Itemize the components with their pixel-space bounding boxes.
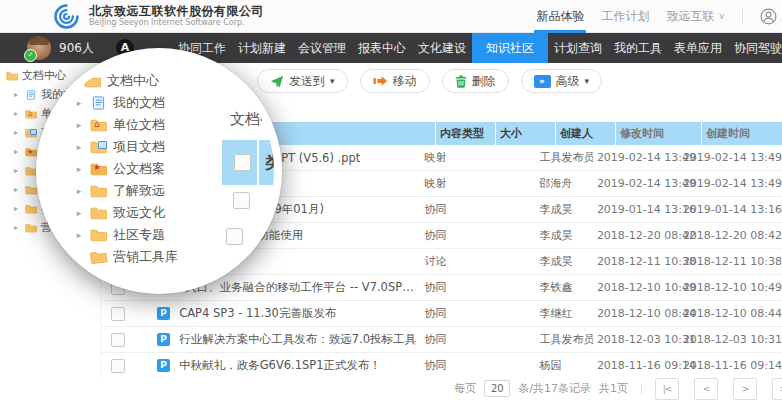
header-link-work-plan[interactable]: 工作计划 — [601, 8, 649, 25]
doc-type: 映射 — [421, 176, 478, 191]
header-link-seeyon[interactable]: 致远互联 — [666, 8, 714, 25]
tree-item-community-topics[interactable]: ▸ 社区专题 — [74, 224, 178, 246]
prev-page-button[interactable]: < — [694, 378, 718, 400]
tree-item-about-seeyon[interactable]: ▸ 了解致远 — [74, 180, 178, 202]
expand-arrow-icon[interactable]: ▸ — [14, 166, 21, 175]
expand-arrow-icon[interactable]: ▸ — [74, 120, 84, 130]
tree-item-label: 致远文化 — [113, 204, 165, 222]
tree-item-project-docs[interactable]: ▸ 项目文档 — [74, 136, 178, 158]
last-page-button[interactable]: >| — [772, 378, 782, 400]
header-links: 新品体验 工作计划 致远互联 ∨ — [536, 0, 782, 32]
checkbox[interactable] — [111, 333, 125, 347]
magnified-checkbox — [234, 154, 251, 171]
folder-icon — [25, 204, 37, 214]
doc-creator: 李铁鑫 — [535, 280, 592, 295]
person-icon[interactable] — [760, 8, 777, 25]
tab-meeting[interactable]: 会议管理 — [292, 33, 352, 63]
doc-name-link[interactable]: CAP4 SP3 - 11.30完善版发布 — [179, 306, 336, 321]
expand-arrow-icon[interactable]: ▸ — [74, 164, 84, 174]
tab-culture[interactable]: 文化建设 — [412, 33, 472, 63]
tree-item-label: 公文档案 — [113, 160, 165, 178]
company-name-cn: 北京致远互联软件股份有限公司 — [89, 5, 264, 18]
doc-created: 2018-11-16 09:14 — [679, 359, 782, 372]
folder-icon — [6, 71, 18, 81]
doc-type: 协同 — [421, 202, 478, 217]
caret-down-icon: ▾ — [585, 76, 590, 86]
expand-arrow-icon[interactable]: ▸ — [14, 109, 21, 118]
doc-name-link[interactable]: 行业解决方案中心工具发布：致远7.0投标工具 — [179, 332, 416, 347]
header-link-seeyon-group[interactable]: 致远互联 ∨ — [666, 8, 725, 25]
magnified-table-header: 类 — [222, 140, 282, 185]
tree-item-label: 了解致远 — [113, 182, 165, 200]
expand-arrow-icon[interactable]: ▸ — [74, 98, 84, 108]
expand-arrow-icon[interactable]: ▸ — [74, 230, 84, 240]
doc-creator: 工具发布员... — [535, 150, 592, 165]
table-row[interactable]: PCAP4 SP3 - 11.30完善版发布 协同 李继红 2018-12-10… — [101, 301, 782, 327]
move-button[interactable]: 移动 — [360, 69, 430, 93]
tree-item-label: 项目文档 — [113, 138, 165, 156]
doc-created: 2018-12-20 08:42 — [679, 229, 782, 242]
tab-form-app[interactable]: 表单应用 — [668, 33, 728, 63]
sidebar-item-label: 文档中心 — [22, 68, 66, 83]
tree-item-doc-center[interactable]: 文档中心 — [74, 70, 178, 92]
expand-arrow-icon[interactable]: ▸ — [14, 204, 21, 213]
expand-arrow-icon[interactable]: ▸ — [74, 186, 84, 196]
doc-name-link[interactable]: PT (V5.6) .ppt — [281, 151, 360, 165]
send-to-button[interactable]: 发送到 ▾ — [257, 69, 348, 93]
doc-created: 2018-12-10 10:49 — [679, 281, 782, 294]
doc-name-link[interactable]: 中秋献礼，政务G6V6.1SP1正式发布！ — [179, 358, 381, 373]
doc-type: 讨论 — [421, 254, 478, 269]
doc-modified: 2018-12-11 10:38 — [593, 255, 679, 268]
per-page-input[interactable]: 20 — [484, 380, 510, 397]
collab-doc-icon: P — [157, 333, 170, 346]
tree-item-my-docs[interactable]: ▸ 我的文档 — [74, 92, 178, 114]
expand-arrow-icon[interactable]: ▸ — [14, 90, 21, 99]
tab-plan-new[interactable]: 计划新建 — [232, 33, 292, 63]
expand-arrow-icon[interactable]: ▸ — [14, 147, 21, 156]
collab-doc-icon: P — [157, 359, 170, 372]
collab-doc-icon: P — [157, 307, 170, 320]
checkbox[interactable] — [111, 359, 125, 373]
header-link-new-experience[interactable]: 新品体验 — [536, 8, 584, 25]
doc-creator: 李成昊 — [535, 254, 592, 269]
doc-creator: 工具发布员... — [535, 332, 592, 347]
user-avatar[interactable]: ✓ — [27, 36, 51, 60]
tab-plan-query[interactable]: 计划查询 — [548, 33, 608, 63]
records-label: 条/共17条记录 — [518, 381, 591, 396]
folder-open-icon — [90, 250, 107, 265]
col-header-creator: 创建人 — [555, 122, 615, 145]
doc-modified: 2018-12-03 10:31 — [593, 333, 679, 346]
tab-my-tools[interactable]: 我的工具 — [608, 33, 668, 63]
folder-project-icon — [25, 128, 37, 138]
pager-divider — [641, 383, 642, 395]
expand-arrow-icon[interactable]: ▸ — [74, 142, 84, 152]
delete-button[interactable]: 删除 — [442, 69, 509, 93]
table-row[interactable]: P行业解决方案中心工具发布：致远7.0投标工具 协同 工具发布员... 2018… — [101, 327, 782, 353]
first-page-button[interactable]: |< — [655, 378, 679, 400]
tree-item-unit-docs[interactable]: ▸ ⌂ 单位文档 — [74, 114, 178, 136]
tab-report-center[interactable]: 报表中心 — [352, 33, 412, 63]
magnified-checkbox — [226, 228, 243, 245]
tab-cockpit[interactable]: 协同驾驶舱 — [728, 33, 782, 63]
doc-name-link[interactable]: 入口、业务融合的移动工作平台 -- V7.0SP3正式发布 — [185, 280, 420, 295]
folder-icon — [84, 74, 101, 89]
tree-item-seeyon-culture[interactable]: ▸ 致远文化 — [74, 202, 178, 224]
expand-arrow-icon[interactable]: ▸ — [14, 185, 21, 194]
tab-knowledge-community[interactable]: 知识社区 — [472, 33, 548, 63]
expand-arrow-icon[interactable]: ▸ — [14, 128, 21, 137]
doc-modified: 2019-01-14 13:16 — [593, 203, 679, 216]
doc-created: 2018-12-11 10:38 — [679, 255, 782, 268]
tree-item-marketing-tools[interactable]: 营销工具库 — [74, 246, 178, 268]
expand-arrow-icon[interactable]: ▸ — [14, 223, 21, 232]
doc-modified: 2019-02-14 13:49 — [593, 151, 679, 164]
next-page-button[interactable]: > — [733, 378, 757, 400]
checkbox[interactable] — [111, 307, 125, 321]
tree-item-official-archive[interactable]: ▸ ★ 公文档案 — [74, 158, 178, 180]
doc-modified: 2018-11-16 09:14 — [593, 359, 679, 372]
folder-icon — [90, 206, 107, 221]
tree-item-label: 我的文档 — [113, 94, 165, 112]
table-row[interactable]: P中秋献礼，政务G6V6.1SP1正式发布！ 协同 杨园 2018-11-16 … — [101, 353, 782, 378]
advanced-button[interactable]: » 高级 ▾ — [521, 69, 603, 93]
expand-arrow-icon[interactable]: ▸ — [74, 208, 84, 218]
doc-type: 协同 — [421, 358, 478, 373]
